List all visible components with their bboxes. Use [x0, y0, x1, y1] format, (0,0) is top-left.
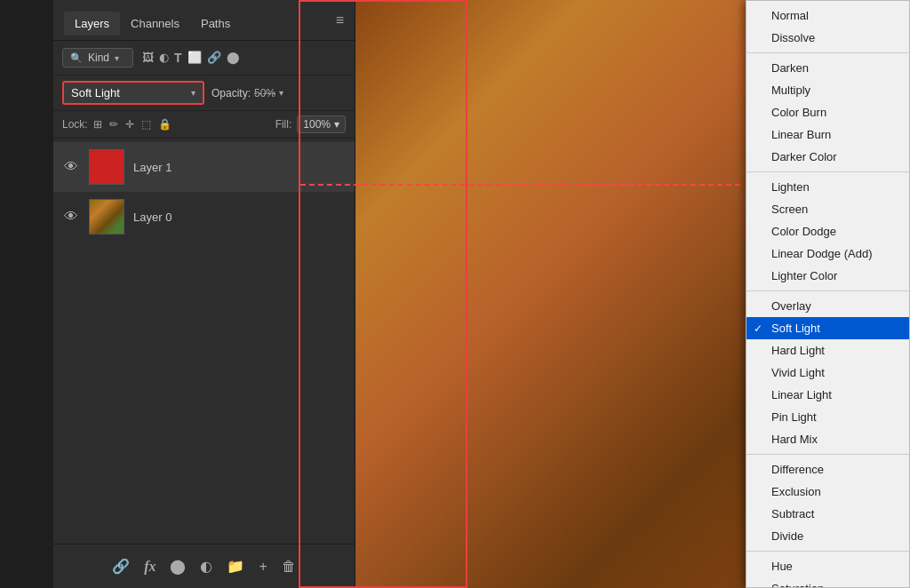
layer-name: Layer 0 — [133, 211, 172, 224]
opacity-chevron[interactable]: ▾ — [279, 88, 283, 98]
blend-chevron: ▾ — [191, 88, 196, 98]
fill-section: Fill: 100% ▾ — [275, 115, 346, 133]
blend-option-darker-color[interactable]: Darker Color — [746, 146, 909, 168]
adjustment-icon[interactable]: ◐ — [159, 51, 169, 65]
blend-option-linear-light[interactable]: Linear Light — [746, 384, 909, 406]
blend-section-color: Hue Saturation Color Luminosity — [746, 552, 909, 588]
kind-label: Kind — [88, 52, 109, 64]
blend-section-darken: Darken Multiply Color Burn Linear Burn D… — [746, 53, 909, 172]
blend-option-saturation[interactable]: Saturation — [746, 577, 909, 588]
link-layers-button[interactable]: 🔗 — [112, 558, 130, 575]
blend-option-darken[interactable]: Darken — [746, 57, 909, 79]
kind-row: 🔍 Kind ▾ 🖼 ◐ T ⬜ 🔗 ⬤ — [53, 41, 355, 75]
blend-mode-menu: Normal Dissolve Darken Multiply Color Bu… — [746, 0, 910, 588]
tab-channels[interactable]: Channels — [120, 12, 190, 36]
fill-label: Fill: — [275, 118, 292, 131]
blend-option-hard-light[interactable]: Hard Light — [746, 339, 909, 362]
layer-item[interactable]: 👁 Layer 0 — [53, 192, 355, 242]
layer-thumbnail — [89, 199, 124, 234]
lock-move-icon[interactable]: ✛ — [125, 118, 134, 131]
lock-paint-icon[interactable]: ✏ — [109, 118, 118, 131]
opacity-row: Opacity: 50% ▾ — [212, 87, 283, 99]
panel-menu-icon[interactable]: ≡ — [336, 12, 344, 28]
new-layer-button[interactable]: + — [259, 559, 267, 575]
blend-row: Soft Light ▾ Opacity: 50% ▾ — [53, 75, 355, 111]
tab-layers[interactable]: Layers — [64, 12, 120, 36]
layer-visibility-icon[interactable]: 👁 — [62, 209, 80, 225]
kind-dropdown[interactable]: 🔍 Kind ▾ — [62, 48, 133, 68]
search-icon: 🔍 — [70, 52, 83, 64]
pixel-icon[interactable]: 🖼 — [142, 51, 154, 65]
blend-option-normal[interactable]: Normal — [746, 4, 909, 27]
blend-option-divide[interactable]: Divide — [746, 525, 909, 547]
blend-option-multiply[interactable]: Multiply — [746, 79, 909, 101]
blend-option-soft-light[interactable]: ✓ Soft Light — [746, 317, 909, 339]
lock-icons: ⊞ ✏ ✛ ⬚ 🔒 — [93, 118, 172, 131]
shape-icon[interactable]: ⬜ — [188, 51, 202, 65]
fill-chevron: ▾ — [334, 118, 339, 131]
type-icon[interactable]: T — [174, 51, 182, 65]
blend-option-subtract[interactable]: Subtract — [746, 503, 909, 525]
left-toolbar — [0, 0, 53, 588]
kind-icons: 🖼 ◐ T ⬜ 🔗 ⬤ — [142, 51, 240, 65]
blend-section-overlay: Overlay ✓ Soft Light Hard Light Vivid Li… — [746, 291, 909, 455]
blend-mode-value: Soft Light — [71, 86, 120, 99]
layers-list: 👁 Layer 1 👁 Layer 0 — [53, 139, 355, 544]
checkmark-icon: ✓ — [754, 322, 762, 335]
lock-label: Lock: — [62, 118, 88, 131]
layer-visibility-icon[interactable]: 👁 — [62, 159, 80, 175]
opacity-label: Opacity: — [212, 87, 251, 99]
pixel2-icon[interactable]: ⬤ — [227, 51, 240, 65]
adjustment-layer-button[interactable]: ◐ — [200, 558, 212, 575]
kind-chevron: ▾ — [115, 53, 119, 63]
blend-option-exclusion[interactable]: Exclusion — [746, 481, 909, 503]
lock-artboard-icon[interactable]: ⬚ — [141, 118, 151, 131]
blend-option-lighten[interactable]: Lighten — [746, 176, 909, 198]
blend-section-difference: Difference Exclusion Subtract Divide — [746, 455, 909, 552]
layers-panel: Layers Channels Paths ≡ 🔍 Kind ▾ 🖼 ◐ T ⬜… — [53, 0, 355, 588]
blend-option-dissolve[interactable]: Dissolve — [746, 27, 909, 49]
tabs-row: Layers Channels Paths ≡ — [53, 0, 355, 41]
new-group-button[interactable]: 📁 — [227, 558, 244, 575]
blend-option-screen[interactable]: Screen — [746, 198, 909, 220]
fill-value: 100% — [303, 118, 331, 131]
blend-option-color-burn[interactable]: Color Burn — [746, 101, 909, 123]
layer-toolbar: 🔗 fx ⬤ ◐ 📁 + 🗑 — [53, 544, 355, 588]
blend-option-pin-light[interactable]: Pin Light — [746, 406, 909, 428]
layer-effects-button[interactable]: fx — [144, 559, 156, 575]
tab-paths[interactable]: Paths — [190, 12, 241, 36]
lock-pixels-icon[interactable]: ⊞ — [93, 118, 102, 131]
blend-option-hue[interactable]: Hue — [746, 555, 909, 577]
fill-dropdown[interactable]: 100% ▾ — [297, 115, 346, 133]
layer-mask-button[interactable]: ⬤ — [170, 558, 186, 575]
blend-option-difference[interactable]: Difference — [746, 458, 909, 481]
opacity-value[interactable]: 50% — [254, 87, 275, 99]
blend-option-color-dodge[interactable]: Color Dodge — [746, 220, 909, 242]
blend-option-hard-mix[interactable]: Hard Mix — [746, 428, 909, 450]
blend-option-vivid-light[interactable]: Vivid Light — [746, 362, 909, 384]
layer-item[interactable]: 👁 Layer 1 — [53, 142, 355, 192]
lock-all-icon[interactable]: 🔒 — [158, 118, 172, 131]
delete-layer-button[interactable]: 🗑 — [282, 559, 296, 575]
lock-row: Lock: ⊞ ✏ ✛ ⬚ 🔒 Fill: 100% ▾ — [53, 111, 355, 139]
smartobject-icon[interactable]: 🔗 — [207, 51, 221, 65]
blend-option-lighter-color[interactable]: Lighter Color — [746, 265, 909, 287]
blend-option-linear-burn[interactable]: Linear Burn — [746, 123, 909, 146]
blend-option-overlay[interactable]: Overlay — [746, 295, 909, 317]
layer-name: Layer 1 — [133, 161, 172, 174]
blend-option-linear-dodge[interactable]: Linear Dodge (Add) — [746, 242, 909, 265]
blend-section-normal: Normal Dissolve — [746, 1, 909, 53]
blend-section-lighten: Lighten Screen Color Dodge Linear Dodge … — [746, 172, 909, 291]
app-container: Layers Channels Paths ≡ 🔍 Kind ▾ 🖼 ◐ T ⬜… — [0, 0, 910, 588]
blend-mode-dropdown[interactable]: Soft Light ▾ — [62, 81, 204, 105]
layer-thumbnail — [89, 149, 124, 185]
